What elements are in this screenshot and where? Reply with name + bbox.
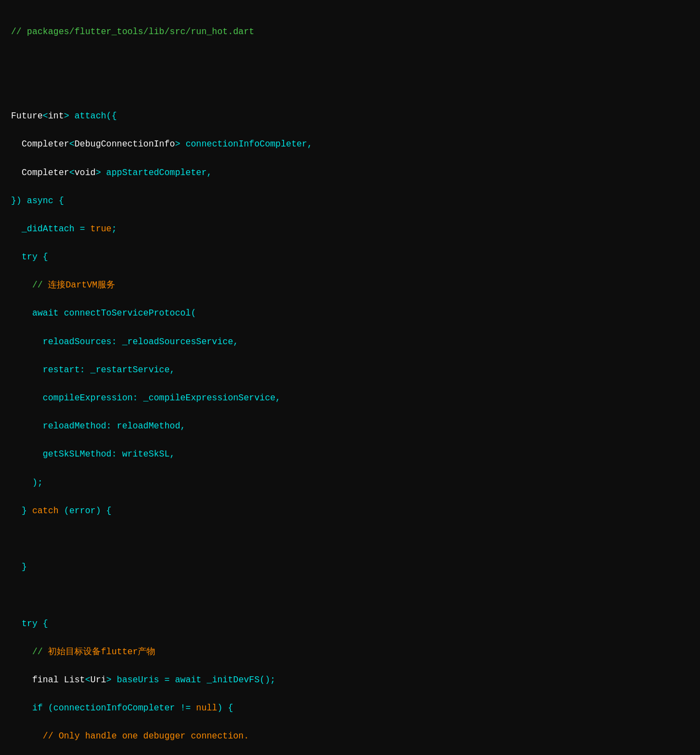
line-4: Future<int> attach({ [11, 110, 700, 124]
line-20: } [11, 561, 700, 575]
line-18: } catch (error) { [11, 504, 700, 519]
line-16: getSkSLMethod: writeSkSL, [11, 448, 700, 462]
line-6: Completer<void> appStartedCompleter, [11, 166, 700, 181]
line-2 [11, 53, 700, 68]
line-24: final List<Uri> baseUris = await _initDe… [11, 673, 700, 688]
line-26: // Only handle one debugger connection. [11, 730, 700, 744]
future-type: Future [11, 111, 43, 121]
line-9: try { [11, 251, 700, 265]
line-22: try { [11, 617, 700, 632]
line-14: compileExpression: _compileExpressionSer… [11, 392, 700, 406]
line-15: reloadMethod: reloadMethod, [11, 420, 700, 434]
line-3 [11, 82, 700, 96]
line-23: // 初始目标设备flutter产物 [11, 645, 700, 660]
line-7: }) async { [11, 194, 700, 209]
line-19 [11, 533, 700, 547]
line-17: ); [11, 476, 700, 491]
line-11: await connectToServiceProtocol( [11, 307, 700, 321]
file-path-comment: // packages/flutter_tools/lib/src/run_ho… [11, 27, 254, 37]
line-25: if (connectionInfoCompleter != null) { [11, 702, 700, 716]
line-1: // packages/flutter_tools/lib/src/run_ho… [11, 25, 700, 40]
line-8: _didAttach = true; [11, 222, 700, 237]
line-21 [11, 589, 700, 603]
line-5: Completer<DebugConnectionInfo> connectio… [11, 138, 700, 152]
line-12: reloadSources: _reloadSourcesService, [11, 335, 700, 350]
line-13: restart: _restartService, [11, 363, 700, 378]
code-viewer: // packages/flutter_tools/lib/src/run_ho… [11, 11, 700, 755]
line-10: // 连接DartVM服务 [11, 279, 700, 293]
